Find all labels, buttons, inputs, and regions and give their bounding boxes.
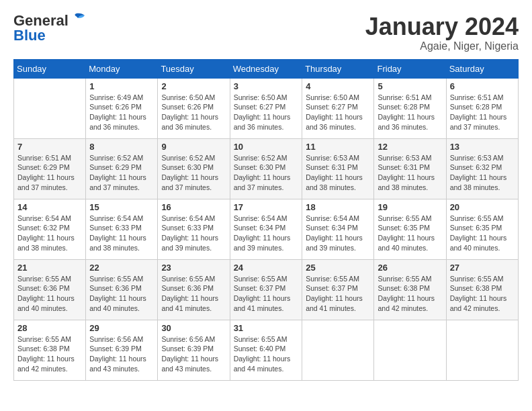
- day-info: Sunrise: 6:56 AMSunset: 6:39 PMDaylight:…: [89, 334, 154, 374]
- calendar-week-row: 28Sunrise: 6:55 AMSunset: 6:38 PMDayligh…: [14, 320, 519, 380]
- calendar-cell: 5Sunrise: 6:51 AMSunset: 6:28 PMDaylight…: [374, 78, 446, 138]
- day-info: Sunrise: 6:54 AMSunset: 6:33 PMDaylight:…: [89, 214, 154, 253]
- day-number: 19: [378, 202, 442, 212]
- day-number: 24: [234, 263, 299, 273]
- calendar-cell: 18Sunrise: 6:54 AMSunset: 6:34 PMDayligh…: [302, 199, 374, 259]
- calendar-table: SundayMondayTuesdayWednesdayThursdayFrid…: [13, 59, 519, 381]
- header-monday: Monday: [86, 59, 158, 78]
- day-number: 21: [17, 263, 82, 273]
- calendar-week-row: 7Sunrise: 6:51 AMSunset: 6:29 PMDaylight…: [14, 138, 519, 199]
- day-info: Sunrise: 6:54 AMSunset: 6:34 PMDaylight:…: [234, 214, 299, 253]
- calendar-cell: [302, 320, 374, 380]
- day-info: Sunrise: 6:52 AMSunset: 6:29 PMDaylight:…: [89, 153, 154, 193]
- header-sunday: Sunday: [14, 59, 86, 78]
- calendar-cell: 17Sunrise: 6:54 AMSunset: 6:34 PMDayligh…: [230, 199, 302, 259]
- day-info: Sunrise: 6:55 AMSunset: 6:35 PMDaylight:…: [378, 214, 442, 253]
- day-number: 27: [450, 263, 515, 273]
- calendar-cell: 10Sunrise: 6:52 AMSunset: 6:30 PMDayligh…: [230, 138, 302, 199]
- day-number: 7: [17, 142, 82, 152]
- header-saturday: Saturday: [446, 59, 518, 78]
- calendar-cell: 27Sunrise: 6:55 AMSunset: 6:38 PMDayligh…: [446, 259, 518, 320]
- day-info: Sunrise: 6:55 AMSunset: 6:38 PMDaylight:…: [450, 274, 515, 314]
- calendar-cell: 16Sunrise: 6:54 AMSunset: 6:33 PMDayligh…: [158, 199, 230, 259]
- day-info: Sunrise: 6:55 AMSunset: 6:37 PMDaylight:…: [234, 274, 299, 314]
- calendar-cell: 6Sunrise: 6:51 AMSunset: 6:28 PMDaylight…: [446, 78, 518, 138]
- header-wednesday: Wednesday: [230, 59, 302, 78]
- day-number: 25: [306, 263, 370, 273]
- day-number: 29: [89, 323, 154, 333]
- calendar-cell: 23Sunrise: 6:55 AMSunset: 6:36 PMDayligh…: [158, 259, 230, 320]
- day-info: Sunrise: 6:51 AMSunset: 6:28 PMDaylight:…: [450, 93, 515, 132]
- day-info: Sunrise: 6:52 AMSunset: 6:30 PMDaylight:…: [234, 153, 299, 193]
- day-info: Sunrise: 6:55 AMSunset: 6:38 PMDaylight:…: [378, 274, 442, 314]
- calendar-cell: 1Sunrise: 6:49 AMSunset: 6:26 PMDaylight…: [86, 78, 158, 138]
- day-info: Sunrise: 6:56 AMSunset: 6:39 PMDaylight:…: [161, 334, 226, 374]
- calendar-cell: [446, 320, 518, 380]
- calendar-cell: 19Sunrise: 6:55 AMSunset: 6:35 PMDayligh…: [374, 199, 446, 259]
- day-number: 8: [89, 142, 154, 152]
- calendar-cell: 14Sunrise: 6:54 AMSunset: 6:32 PMDayligh…: [14, 199, 86, 259]
- day-info: Sunrise: 6:53 AMSunset: 6:32 PMDaylight:…: [450, 153, 515, 193]
- day-number: 12: [378, 142, 442, 152]
- day-info: Sunrise: 6:55 AMSunset: 6:40 PMDaylight:…: [234, 334, 299, 374]
- day-number: 26: [378, 263, 442, 273]
- title-block: January 2024 Agaie, Niger, Nigeria: [365, 13, 519, 52]
- day-info: Sunrise: 6:50 AMSunset: 6:27 PMDaylight:…: [234, 93, 299, 132]
- calendar-cell: 11Sunrise: 6:53 AMSunset: 6:31 PMDayligh…: [302, 138, 374, 199]
- day-info: Sunrise: 6:55 AMSunset: 6:37 PMDaylight:…: [306, 274, 370, 314]
- calendar-cell: 13Sunrise: 6:53 AMSunset: 6:32 PMDayligh…: [446, 138, 518, 199]
- calendar-cell: 7Sunrise: 6:51 AMSunset: 6:29 PMDaylight…: [14, 138, 86, 199]
- day-info: Sunrise: 6:50 AMSunset: 6:26 PMDaylight:…: [161, 93, 226, 132]
- calendar-cell: 8Sunrise: 6:52 AMSunset: 6:29 PMDaylight…: [86, 138, 158, 199]
- day-number: 30: [161, 323, 226, 333]
- calendar-cell: 26Sunrise: 6:55 AMSunset: 6:38 PMDayligh…: [374, 259, 446, 320]
- calendar-cell: 20Sunrise: 6:55 AMSunset: 6:35 PMDayligh…: [446, 199, 518, 259]
- day-info: Sunrise: 6:51 AMSunset: 6:29 PMDaylight:…: [17, 153, 82, 193]
- day-number: 2: [161, 81, 226, 91]
- day-info: Sunrise: 6:49 AMSunset: 6:26 PMDaylight:…: [89, 93, 154, 132]
- calendar-cell: [374, 320, 446, 380]
- day-number: 23: [161, 263, 226, 273]
- day-number: 1: [89, 81, 154, 91]
- calendar-cell: 29Sunrise: 6:56 AMSunset: 6:39 PMDayligh…: [86, 320, 158, 380]
- day-info: Sunrise: 6:55 AMSunset: 6:36 PMDaylight:…: [161, 274, 226, 314]
- day-number: 14: [17, 202, 82, 212]
- logo-bird-icon: [70, 13, 86, 26]
- calendar-cell: 31Sunrise: 6:55 AMSunset: 6:40 PMDayligh…: [230, 320, 302, 380]
- day-number: 6: [450, 81, 515, 91]
- month-title: January 2024: [365, 13, 519, 40]
- day-info: Sunrise: 6:53 AMSunset: 6:31 PMDaylight:…: [306, 153, 370, 193]
- calendar-week-row: 14Sunrise: 6:54 AMSunset: 6:32 PMDayligh…: [14, 199, 519, 259]
- day-number: 18: [306, 202, 370, 212]
- calendar-cell: 2Sunrise: 6:50 AMSunset: 6:26 PMDaylight…: [158, 78, 230, 138]
- calendar-cell: 4Sunrise: 6:50 AMSunset: 6:27 PMDaylight…: [302, 78, 374, 138]
- day-number: 5: [378, 81, 442, 91]
- day-info: Sunrise: 6:55 AMSunset: 6:36 PMDaylight:…: [17, 274, 82, 314]
- calendar-cell: 3Sunrise: 6:50 AMSunset: 6:27 PMDaylight…: [230, 78, 302, 138]
- calendar-header-row: SundayMondayTuesdayWednesdayThursdayFrid…: [14, 59, 519, 78]
- day-number: 11: [306, 142, 370, 152]
- calendar-cell: 30Sunrise: 6:56 AMSunset: 6:39 PMDayligh…: [158, 320, 230, 380]
- calendar-cell: 22Sunrise: 6:55 AMSunset: 6:36 PMDayligh…: [86, 259, 158, 320]
- day-info: Sunrise: 6:55 AMSunset: 6:35 PMDaylight:…: [450, 214, 515, 253]
- calendar-cell: 24Sunrise: 6:55 AMSunset: 6:37 PMDayligh…: [230, 259, 302, 320]
- day-number: 28: [17, 323, 82, 333]
- calendar-cell: 12Sunrise: 6:53 AMSunset: 6:31 PMDayligh…: [374, 138, 446, 199]
- day-number: 17: [234, 202, 299, 212]
- logo: General Blue: [13, 13, 86, 43]
- calendar-cell: 9Sunrise: 6:52 AMSunset: 6:30 PMDaylight…: [158, 138, 230, 199]
- day-number: 3: [234, 81, 299, 91]
- day-info: Sunrise: 6:51 AMSunset: 6:28 PMDaylight:…: [378, 93, 442, 132]
- day-number: 13: [450, 142, 515, 152]
- day-number: 31: [234, 323, 299, 333]
- day-number: 4: [306, 81, 370, 91]
- calendar-cell: 21Sunrise: 6:55 AMSunset: 6:36 PMDayligh…: [14, 259, 86, 320]
- day-info: Sunrise: 6:50 AMSunset: 6:27 PMDaylight:…: [306, 93, 370, 132]
- day-number: 22: [89, 263, 154, 273]
- day-info: Sunrise: 6:54 AMSunset: 6:33 PMDaylight:…: [161, 214, 226, 253]
- calendar-week-row: 21Sunrise: 6:55 AMSunset: 6:36 PMDayligh…: [14, 259, 519, 320]
- day-info: Sunrise: 6:53 AMSunset: 6:31 PMDaylight:…: [378, 153, 442, 193]
- calendar-cell: 15Sunrise: 6:54 AMSunset: 6:33 PMDayligh…: [86, 199, 158, 259]
- header-thursday: Thursday: [302, 59, 374, 78]
- calendar-cell: [14, 78, 86, 138]
